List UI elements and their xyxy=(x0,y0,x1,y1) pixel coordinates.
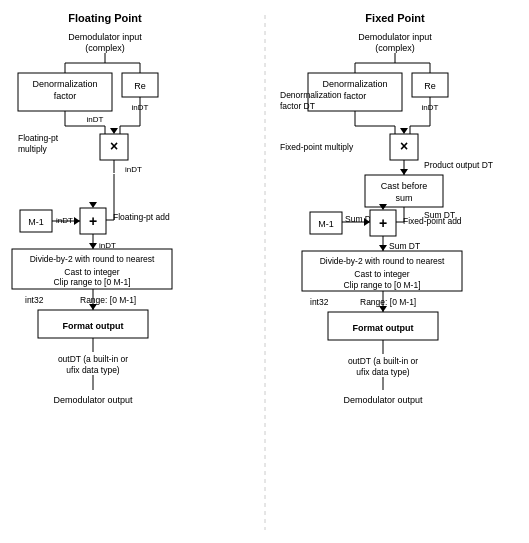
fp-mult-label2: multiply xyxy=(18,144,48,154)
fxp-denorm2: factor xyxy=(344,91,367,101)
fp-arrow1 xyxy=(89,243,97,249)
fp-add-label: Floating-pt add xyxy=(113,212,170,222)
fxp-format: Format output xyxy=(353,323,414,333)
svg-rect-15 xyxy=(20,210,52,232)
fxp-div3: Clip range to [0 M-1] xyxy=(343,280,420,290)
fp-indt2: inDT xyxy=(132,103,149,112)
svg-rect-38 xyxy=(390,134,418,160)
fp-denorm-label: Denormalization xyxy=(32,79,97,89)
fp-div2: Cast to integer xyxy=(64,267,119,277)
fxp-add: + xyxy=(379,215,387,231)
fp-outdt1: outDT (a built-in or xyxy=(58,354,128,364)
fxp-sum-dt3: Sum DT xyxy=(389,241,420,251)
fxp-add-label: Fixed-point add xyxy=(403,216,462,226)
fxp-cast1: Cast before xyxy=(381,181,428,191)
fxp-range: Range: [0 M-1] xyxy=(360,297,416,307)
svg-rect-30 xyxy=(308,73,402,111)
fp-outdt2: ufix data type) xyxy=(66,365,120,375)
fp-int32: int32 xyxy=(25,295,44,305)
svg-rect-43 xyxy=(310,212,342,234)
fp-range: Range: [0 M-1] xyxy=(80,295,136,305)
svg-rect-22 xyxy=(38,310,148,338)
fxp-add-arrow xyxy=(379,204,387,210)
svg-rect-31 xyxy=(412,73,448,97)
fxp-int32: int32 xyxy=(310,297,329,307)
fxp-product-dt: Product output DT xyxy=(424,160,493,170)
fxp-div2: Cast to integer xyxy=(354,269,409,279)
fp-denorm-label2: factor xyxy=(54,91,77,101)
fp-multiply: × xyxy=(110,138,118,154)
svg-rect-4 xyxy=(18,73,112,111)
fp-title: Floating Point xyxy=(68,12,142,24)
fp-m1-arrow xyxy=(74,217,80,225)
fxp-denorm-dt1: Denormalization xyxy=(280,90,342,100)
fp-mult-label1: Floating-pt xyxy=(18,133,59,143)
svg-rect-20 xyxy=(12,249,172,289)
fp-add: + xyxy=(89,213,97,229)
fp-indt4: inDT xyxy=(56,216,73,225)
svg-rect-5 xyxy=(122,73,158,97)
fxp-cast-arrow xyxy=(400,169,408,175)
fp-indt3-label: inDT xyxy=(125,165,142,174)
svg-rect-12 xyxy=(100,134,128,160)
fxp-denorm1: Denormalization xyxy=(322,79,387,89)
fxp-div1: Divide-by-2 with round to nearest xyxy=(320,256,445,266)
fp-m1-label: M-1 xyxy=(28,217,44,227)
fxp-m1-arrow xyxy=(364,218,370,226)
fp-input-complex: (complex) xyxy=(85,43,125,53)
fxp-mult-label: Fixed-point multiply xyxy=(280,142,354,152)
fp-arrow2 xyxy=(89,304,97,310)
svg-rect-40 xyxy=(365,175,443,207)
fxp-sum-dt1: Sum DT xyxy=(424,210,455,220)
fp-format: Format output xyxy=(63,321,124,331)
fp-indt5: inDT xyxy=(99,241,116,250)
fp-indt1: inDT xyxy=(87,115,104,124)
fxp-m1: M-1 xyxy=(318,219,334,229)
fxp-mult-arrow xyxy=(400,128,408,134)
fp-re-label: Re xyxy=(134,81,146,91)
fxp-demod-out: Demodulator output xyxy=(343,395,423,405)
fp-demod-out: Demodulator output xyxy=(53,395,133,405)
fxp-indt2: inDT xyxy=(422,103,439,112)
fxp-cast2: sum xyxy=(395,193,412,203)
fp-input-label: Demodulator input xyxy=(68,32,142,42)
fp-mult-arrow xyxy=(110,128,118,134)
svg-rect-17 xyxy=(80,208,106,234)
diagram-svg: Floating Point Demodulator input (comple… xyxy=(0,0,529,543)
fxp-outdt1: outDT (a built-in or xyxy=(348,356,418,366)
fxp-arrow2 xyxy=(379,306,387,312)
main-container: Floating Point Demodulator input (comple… xyxy=(0,0,529,543)
fxp-arrow1 xyxy=(379,245,387,251)
fxp-denorm-dt2: factor DT xyxy=(280,101,315,111)
svg-rect-45 xyxy=(370,210,396,236)
svg-rect-47 xyxy=(302,251,462,291)
fxp-outdt2: ufix data type) xyxy=(356,367,410,377)
fp-div1: Divide-by-2 with round to nearest xyxy=(30,254,155,264)
fxp-sum-dt2: Sum DT xyxy=(345,214,376,224)
fp-add-in-arrow xyxy=(89,202,97,208)
fxp-title: Fixed Point xyxy=(365,12,425,24)
svg-rect-50 xyxy=(328,312,438,340)
fxp-multiply: × xyxy=(400,138,408,154)
fp-div3: Clip range to [0 M-1] xyxy=(53,277,130,287)
fxp-input-complex: (complex) xyxy=(375,43,415,53)
fxp-re-label: Re xyxy=(424,81,436,91)
fxp-input-label: Demodulator input xyxy=(358,32,432,42)
